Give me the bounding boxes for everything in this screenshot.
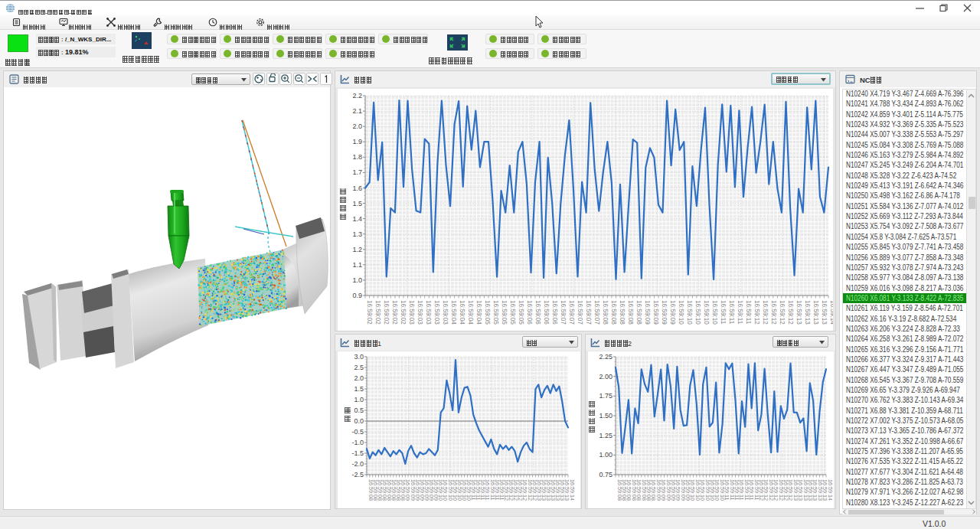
svg-text:16:59:08: 16:59:08: [619, 300, 626, 325]
svg-text:16:59:04: 16:59:04: [467, 300, 474, 325]
svg-text:1.5: 1.5: [352, 200, 362, 207]
svg-text:16:59:06: 16:59:06: [534, 300, 541, 325]
svg-text:16:59:07: 16:59:07: [560, 300, 567, 325]
svg-text:16:59:11: 16:59:11: [728, 300, 735, 325]
svg-text:1.75: 1.75: [599, 392, 612, 400]
svg-text:-2.5: -2.5: [351, 471, 364, 478]
svg-text:16:59:11: 16:59:11: [745, 300, 752, 325]
svg-text:16:59:05: 16:59:05: [492, 300, 499, 325]
svg-text:16:59:10: 16:59:10: [678, 300, 684, 325]
svg-text:16:59:05: 16:59:05: [501, 300, 508, 325]
svg-text:16:59:08: 16:59:08: [602, 300, 609, 325]
svg-text:16:59:07: 16:59:07: [577, 300, 583, 325]
svg-text:16:59:07: 16:59:07: [585, 300, 592, 325]
svg-text:16:59:10: 16:59:10: [703, 300, 710, 325]
svg-text:16:59:09: 16:59:09: [652, 300, 659, 325]
svg-text:16:59:02: 16:59:02: [383, 300, 390, 325]
svg-text:16:59:07: 16:59:07: [568, 300, 575, 325]
svg-text:16:59:09: 16:59:09: [661, 300, 668, 325]
svg-text:16:59:13: 16:59:13: [795, 300, 802, 325]
svg-text:16:59:05: 16:59:05: [509, 300, 516, 325]
svg-text:16:59:06: 16:59:06: [526, 300, 533, 325]
svg-text:16:59:12: 16:59:12: [770, 300, 777, 325]
svg-text:16:59:02: 16:59:02: [366, 300, 373, 325]
svg-text:0.75: 0.75: [599, 471, 612, 478]
svg-text:0.9: 0.9: [352, 292, 362, 299]
svg-text:16:59:13: 16:59:13: [821, 300, 828, 325]
svg-text:16:59:12: 16:59:12: [779, 300, 786, 325]
svg-text:16:59:13: 16:59:13: [804, 300, 811, 325]
svg-text:16:59:04: 16:59:04: [450, 300, 457, 325]
svg-text:16:59:09: 16:59:09: [669, 300, 676, 325]
svg-text:2.2: 2.2: [352, 92, 362, 100]
svg-text:1.5: 1.5: [354, 385, 364, 393]
svg-text:2.00: 2.00: [599, 373, 612, 380]
svg-text:0.5: 0.5: [354, 407, 364, 414]
svg-text:16:59:05: 16:59:05: [518, 300, 524, 325]
svg-text:-1.0: -1.0: [351, 439, 364, 446]
svg-text:2.25: 2.25: [599, 353, 612, 361]
svg-text:16:59:02: 16:59:02: [391, 300, 398, 325]
svg-text:16:59:02: 16:59:02: [400, 300, 407, 325]
svg-text:1.6: 1.6: [352, 184, 362, 192]
svg-text:16:59:07: 16:59:07: [593, 300, 600, 325]
svg-text:-0.5: -0.5: [351, 428, 364, 436]
svg-text:16:59:12: 16:59:12: [762, 300, 769, 325]
svg-text:16:59:06: 16:59:06: [543, 300, 550, 325]
svg-text:16:59:04: 16:59:04: [459, 300, 466, 325]
svg-text:16:59:03: 16:59:03: [442, 300, 449, 325]
svg-text:16:59:11: 16:59:11: [720, 300, 727, 325]
svg-text:1.9: 1.9: [352, 138, 362, 145]
svg-text:16:59:08: 16:59:08: [627, 300, 634, 325]
svg-text:1.2: 1.2: [352, 246, 362, 253]
svg-text:2.5: 2.5: [354, 364, 364, 371]
svg-text:-2.0: -2.0: [351, 460, 364, 468]
svg-text:1.7: 1.7: [352, 168, 362, 176]
svg-text:1.8: 1.8: [352, 153, 362, 161]
svg-text:1.50: 1.50: [599, 412, 612, 420]
svg-text:16:59:12: 16:59:12: [787, 300, 794, 325]
svg-text:16:59:04: 16:59:04: [475, 300, 482, 325]
svg-text:1.0: 1.0: [354, 396, 364, 403]
svg-text:-1.5: -1.5: [351, 449, 364, 457]
svg-text:16:59:10: 16:59:10: [686, 300, 693, 325]
svg-text:16:59:14: 16:59:14: [569, 479, 576, 501]
svg-text:1.3: 1.3: [352, 230, 362, 238]
svg-text:16:59:14: 16:59:14: [829, 300, 834, 325]
svg-text:2.1: 2.1: [352, 107, 362, 115]
svg-text:2.0: 2.0: [352, 122, 362, 130]
svg-text:16:59:03: 16:59:03: [425, 300, 432, 325]
svg-text:16:59:03: 16:59:03: [408, 300, 415, 325]
svg-text:16:59:02: 16:59:02: [374, 300, 381, 325]
svg-text:16:59:03: 16:59:03: [433, 300, 440, 325]
svg-text:16:59:05: 16:59:05: [484, 300, 491, 325]
svg-text:1.25: 1.25: [599, 432, 612, 439]
svg-text:16:59:06: 16:59:06: [551, 300, 558, 325]
svg-text:16:59:10: 16:59:10: [711, 300, 718, 325]
svg-text:16:59:09: 16:59:09: [644, 300, 651, 325]
svg-text:16:59:11: 16:59:11: [737, 300, 743, 325]
svg-text:1.4: 1.4: [352, 215, 362, 223]
svg-text:16:59:10: 16:59:10: [694, 300, 701, 325]
svg-text:16:59:03: 16:59:03: [416, 300, 423, 325]
svg-text:16:59:13: 16:59:13: [812, 300, 819, 325]
svg-text:2.0: 2.0: [354, 374, 364, 382]
svg-text:16:59:12: 16:59:12: [753, 300, 760, 325]
svg-text:3.0: 3.0: [354, 353, 364, 361]
svg-text:16:59:14: 16:59:14: [827, 479, 834, 501]
svg-text:1.1: 1.1: [352, 261, 362, 269]
svg-text:1.00: 1.00: [599, 451, 612, 459]
svg-text:16:59:08: 16:59:08: [635, 300, 642, 325]
svg-text:1.0: 1.0: [352, 276, 362, 284]
svg-text:0.0: 0.0: [354, 417, 364, 425]
svg-text:16:59:08: 16:59:08: [610, 300, 617, 325]
